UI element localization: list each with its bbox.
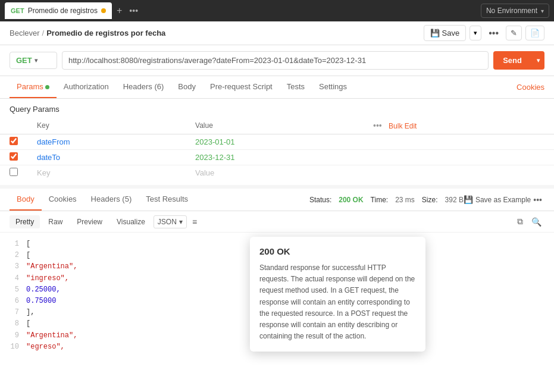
row3-key[interactable]: Key bbox=[27, 165, 186, 181]
save-button[interactable]: 💾 Save bbox=[424, 25, 467, 41]
breadcrumb-bar: Beclever / Promedio de registros por fec… bbox=[0, 21, 554, 45]
row3-checkbox[interactable] bbox=[10, 168, 18, 176]
col-key-header: Key bbox=[27, 117, 186, 134]
tab-headers-label: Headers (6) bbox=[123, 82, 164, 91]
row1-checkbox[interactable] bbox=[10, 137, 18, 145]
time-value: 23 ms bbox=[395, 196, 415, 204]
method-selector[interactable]: GET ▾ bbox=[10, 52, 57, 69]
ln-8: 8 bbox=[10, 318, 19, 330]
fmt-visualize-button[interactable]: Visualize bbox=[111, 215, 151, 228]
environment-selector[interactable]: No Environment ▾ bbox=[481, 4, 549, 18]
size-value: 392 B bbox=[445, 196, 464, 204]
tooltip-title: 200 OK bbox=[259, 246, 416, 256]
search-icon-button[interactable]: 🔍 bbox=[528, 215, 544, 228]
save-label: Save bbox=[442, 29, 460, 37]
col-actions-header: ••• Bulk Edit bbox=[364, 117, 554, 134]
save-dropdown-button[interactable]: ▾ bbox=[470, 26, 481, 40]
ln-6: 6 bbox=[10, 296, 19, 307]
tab-unsaved-dot bbox=[101, 8, 106, 13]
row2-checkbox-cell bbox=[0, 150, 27, 165]
fmt-preview-button[interactable]: Preview bbox=[71, 215, 108, 228]
bulk-edit-button[interactable]: Bulk Edit bbox=[389, 122, 417, 130]
resp-tab-testresults[interactable]: Test Results bbox=[139, 189, 195, 211]
tab-params[interactable]: Params bbox=[10, 76, 57, 98]
tab-settings[interactable]: Settings bbox=[312, 76, 354, 98]
more-options-button[interactable]: ••• bbox=[485, 26, 502, 41]
format-arrow-icon: ▾ bbox=[179, 218, 183, 226]
method-arrow-icon: ▾ bbox=[35, 57, 37, 64]
breadcrumb-actions: 💾 Save ▾ ••• ✎ 📄 bbox=[424, 25, 544, 41]
tab-params-label: Params bbox=[17, 82, 43, 91]
row1-actions bbox=[364, 134, 554, 150]
edit-icon-button[interactable]: ✎ bbox=[506, 26, 522, 40]
status-info: Status: 200 OK Time: 23 ms Size: 392 B bbox=[309, 196, 464, 204]
active-tab[interactable]: GET Promedio de registros bbox=[5, 2, 112, 19]
tab-settings-label: Settings bbox=[319, 82, 347, 91]
tab-title: Promedio de registros bbox=[28, 7, 98, 15]
tab-authorization[interactable]: Authorization bbox=[57, 76, 116, 98]
url-bar: GET ▾ Send ▾ bbox=[0, 45, 554, 76]
resp-tab-headers-label: Headers (5) bbox=[91, 195, 132, 203]
row2-value[interactable]: 2023-12-31 bbox=[186, 150, 364, 165]
ln-4: 4 bbox=[10, 273, 19, 284]
line-numbers: 1 2 3 4 5 6 7 8 9 10 11 bbox=[10, 239, 26, 346]
ln-3: 3 bbox=[10, 261, 19, 272]
status-label: Status: bbox=[309, 196, 331, 204]
breadcrumb-link[interactable]: Beclever bbox=[10, 29, 40, 37]
tab-prerequest-label: Pre-request Script bbox=[210, 82, 273, 91]
row2-checkbox[interactable] bbox=[10, 152, 18, 161]
ln-1: 1 bbox=[10, 239, 19, 250]
fmt-pretty-button[interactable]: Pretty bbox=[10, 215, 40, 228]
tab-more-button[interactable]: ••• bbox=[127, 6, 140, 15]
tab-method: GET bbox=[11, 7, 24, 14]
resp-tab-body-label: Body bbox=[17, 195, 35, 203]
ln-2: 2 bbox=[10, 250, 19, 261]
params-table: Key Value ••• Bulk Edit dateFrom 2023-01… bbox=[0, 117, 554, 180]
row1-value[interactable]: 2023-01-01 bbox=[186, 134, 364, 150]
doc-icon-button[interactable]: 📄 bbox=[525, 26, 544, 40]
time-label: Time: bbox=[371, 196, 389, 204]
ln-9: 9 bbox=[10, 330, 19, 341]
filter-icon-button[interactable]: ≡ bbox=[189, 215, 200, 228]
breadcrumb-separator: / bbox=[42, 29, 45, 37]
save-example-label: Save as Example bbox=[475, 196, 531, 204]
breadcrumb: Beclever / Promedio de registros por fec… bbox=[10, 29, 165, 37]
tab-tests-label: Tests bbox=[287, 82, 305, 91]
send-button[interactable]: Send ▾ bbox=[493, 51, 544, 70]
save-disk-icon: 💾 bbox=[430, 29, 440, 37]
fmt-raw-button[interactable]: Raw bbox=[42, 215, 68, 228]
tab-authorization-label: Authorization bbox=[64, 82, 109, 91]
url-input[interactable] bbox=[62, 51, 489, 70]
tab-prerequest[interactable]: Pre-request Script bbox=[203, 76, 280, 98]
env-label: No Environment bbox=[486, 7, 537, 15]
send-label[interactable]: Send bbox=[493, 51, 531, 70]
copy-icon-button[interactable]: ⧉ bbox=[514, 215, 526, 228]
send-arrow-icon[interactable]: ▾ bbox=[532, 52, 544, 68]
row3-value[interactable]: Value bbox=[186, 165, 364, 181]
table-row: dateFrom 2023-01-01 bbox=[0, 134, 554, 150]
resp-tab-cookies[interactable]: Cookies bbox=[42, 189, 84, 211]
resp-tab-headers[interactable]: Headers (5) bbox=[84, 189, 139, 211]
save-example-button[interactable]: 💾 Save as Example bbox=[464, 195, 531, 204]
table-row-empty: Key Value bbox=[0, 165, 554, 181]
format-selector[interactable]: JSON ▾ bbox=[154, 215, 187, 228]
tab-body[interactable]: Body bbox=[171, 76, 203, 98]
resp-tab-cookies-label: Cookies bbox=[49, 195, 77, 203]
new-tab-button[interactable]: + bbox=[114, 5, 124, 16]
tab-headers[interactable]: Headers (6) bbox=[116, 76, 171, 98]
row2-key[interactable]: dateTo bbox=[27, 150, 186, 165]
tooltip-text: Standard response for successful HTTP re… bbox=[259, 262, 416, 342]
cookies-link[interactable]: Cookies bbox=[517, 77, 544, 98]
query-params-label: Query Params bbox=[0, 99, 554, 117]
response-more-button[interactable]: ••• bbox=[531, 195, 544, 205]
method-label: GET bbox=[16, 56, 32, 65]
tab-tests[interactable]: Tests bbox=[280, 76, 312, 98]
format-label: JSON bbox=[158, 218, 177, 226]
params-dot bbox=[45, 85, 49, 89]
resp-tab-testresults-label: Test Results bbox=[146, 195, 188, 203]
row1-key[interactable]: dateFrom bbox=[27, 134, 186, 150]
resp-tab-body[interactable]: Body bbox=[10, 189, 42, 211]
response-tabs: Body Cookies Headers (5) Test Results St… bbox=[0, 189, 554, 211]
tab-bar: GET Promedio de registros + ••• No Envir… bbox=[0, 0, 554, 21]
table-more-dots[interactable]: ••• bbox=[373, 121, 382, 130]
